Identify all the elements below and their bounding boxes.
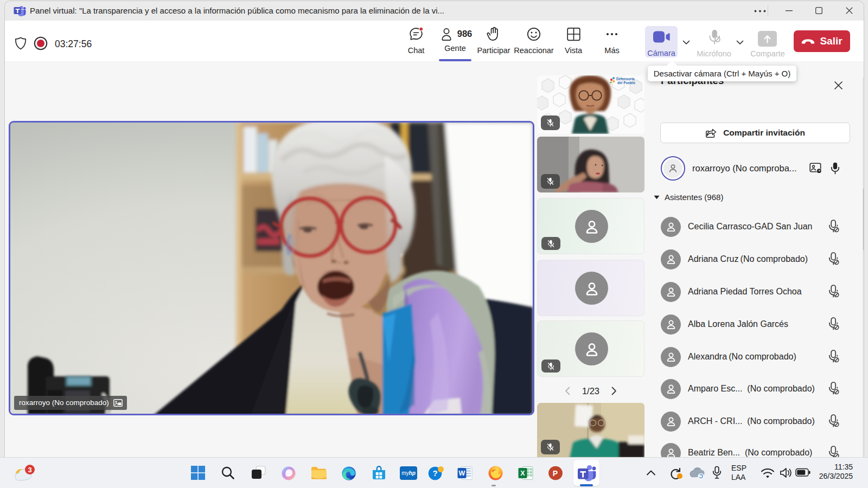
svg-text:del Pueblo: del Pueblo [617,81,635,85]
svg-text:P: P [553,469,558,478]
svg-text:3: 3 [28,466,31,474]
svg-text:W: W [459,470,465,477]
svg-text:Defensoria: Defensoria [616,77,635,81]
svg-text:X: X [520,470,525,477]
svg-text:?: ? [432,468,437,478]
